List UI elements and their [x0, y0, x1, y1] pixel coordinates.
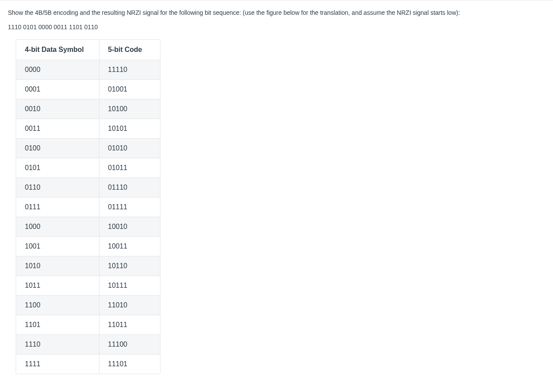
cell-symbol: 1110	[16, 335, 99, 355]
cell-code: 01010	[99, 139, 160, 158]
table-row: 100110011	[16, 237, 160, 256]
table-row: 011001110	[16, 178, 160, 198]
cell-code: 11011	[99, 315, 160, 335]
cell-code: 10101	[99, 119, 160, 139]
table-row: 011101111	[16, 198, 160, 217]
cell-code: 10111	[99, 276, 160, 296]
cell-symbol: 0100	[16, 139, 99, 158]
table-header-row: 4-bit Data Symbol 5-bit Code	[16, 40, 160, 60]
table-row: 101010110	[16, 256, 160, 276]
cell-symbol: 1011	[16, 276, 99, 296]
table-row: 001010100	[16, 99, 160, 119]
cell-code: 01001	[99, 80, 160, 99]
cell-code: 01110	[99, 178, 160, 198]
table-row: 000101001	[16, 80, 160, 99]
table-row: 000011110	[16, 60, 160, 80]
question-container: Show the 4B/5B encoding and the resultin…	[0, 0, 553, 386]
cell-symbol: 0101	[16, 158, 99, 178]
cell-symbol: 1000	[16, 217, 99, 237]
encoding-table: 4-bit Data Symbol 5-bit Code 00001111000…	[16, 40, 160, 374]
encoding-table-wrapper: 4-bit Data Symbol 5-bit Code 00001111000…	[16, 39, 160, 374]
table-row: 110111011	[16, 315, 160, 335]
cell-code: 01011	[99, 158, 160, 178]
cell-symbol: 0110	[16, 178, 99, 198]
cell-symbol: 1100	[16, 296, 99, 315]
header-code: 5-bit Code	[99, 40, 160, 60]
table-row: 010001010	[16, 139, 160, 158]
cell-symbol: 1101	[16, 315, 99, 335]
table-row: 111011100	[16, 335, 160, 355]
cell-code: 11010	[99, 296, 160, 315]
table-row: 010101011	[16, 158, 160, 178]
cell-symbol: 0011	[16, 119, 99, 139]
cell-symbol: 0000	[16, 60, 99, 80]
header-symbol: 4-bit Data Symbol	[16, 40, 99, 60]
cell-code: 11110	[99, 60, 160, 80]
cell-code: 01111	[99, 198, 160, 217]
cell-symbol: 1010	[16, 256, 99, 276]
table-row: 001110101	[16, 119, 160, 139]
cell-symbol: 0111	[16, 198, 99, 217]
cell-symbol: 1001	[16, 237, 99, 256]
cell-symbol: 1111	[16, 355, 99, 374]
cell-code: 11101	[99, 355, 160, 374]
bit-sequence: 1110 0101 0000 0011 1101 0110	[8, 24, 545, 31]
table-row: 100010010	[16, 217, 160, 237]
table-row: 111111101	[16, 355, 160, 374]
cell-code: 10011	[99, 237, 160, 256]
cell-code: 10010	[99, 217, 160, 237]
table-row: 101110111	[16, 276, 160, 296]
cell-code: 10100	[99, 99, 160, 119]
cell-symbol: 0001	[16, 80, 99, 99]
table-row: 110011010	[16, 296, 160, 315]
cell-code: 11100	[99, 335, 160, 355]
question-prompt: Show the 4B/5B encoding and the resultin…	[8, 8, 545, 17]
cell-symbol: 0010	[16, 99, 99, 119]
cell-code: 10110	[99, 256, 160, 276]
